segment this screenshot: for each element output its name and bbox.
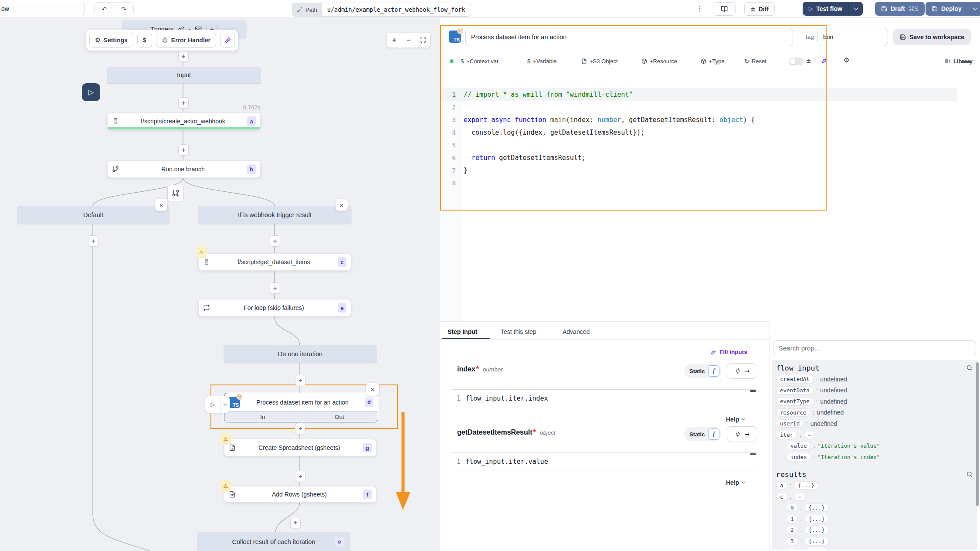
prop-key-pill[interactable]: userId [776,419,804,428]
save-to-workspace-button[interactable]: Save to workspace [893,29,971,45]
step-node-b[interactable]: Run one branch b [107,160,261,178]
add-step-icon[interactable]: + [295,471,305,482]
prop-row[interactable]: eventData:undefined [776,385,973,396]
path-value[interactable]: u/admin/example_actor_webhook_flow_fork [322,3,471,16]
deploy-button[interactable]: Deploy [926,2,968,16]
prop-row[interactable]: resource:undefined [776,407,973,418]
prop-key-pill[interactable]: a [776,481,787,490]
tab-advanced[interactable]: Advanced [563,325,590,338]
add-step-icon[interactable]: + [270,282,280,294]
prop-value[interactable]: {...} [804,537,829,545]
prop-key-pill[interactable]: resource [776,408,810,417]
zoom-out-icon[interactable]: − [401,33,416,48]
prop-value[interactable]: {...} [804,515,829,523]
path-field[interactable]: Path u/admin/example_actor_webhook_flow_… [292,3,471,17]
flow-variables-button[interactable]: $ [137,33,152,48]
error-handler-button[interactable]: Error Handler [156,33,216,48]
run-step-button[interactable]: ▷ [205,396,220,413]
prop-value[interactable]: {...} [804,526,829,534]
zoom-in-icon[interactable]: + [387,33,401,48]
diff-button[interactable]: ± Diff [744,2,775,16]
search-prop-input[interactable] [773,340,976,355]
prop-value[interactable]: {...} [804,503,829,512]
static-toggle-index[interactable]: Static f [684,364,721,378]
prop-key-pill[interactable]: eventType [776,397,814,405]
scrollbar-thumb[interactable] [961,61,971,63]
deploy-dropdown[interactable] [968,2,980,16]
editor-toggle[interactable] [789,58,804,65]
reset-code-button[interactable]: ↻Reset [744,56,766,66]
step-node-a[interactable]: f/scripts/create_actor_webhook a [107,112,261,130]
step-node-c[interactable]: ⚠ f/scripts/get_dataset_items c [198,253,351,271]
prop-key-pill[interactable]: 2 [787,526,798,534]
search-icon[interactable] [966,364,973,371]
search-icon[interactable] [966,471,973,478]
prop-row[interactable]: eventType:undefined [776,396,973,407]
prop-key-pill[interactable]: index [787,453,811,461]
add-step-icon[interactable]: + [178,97,189,109]
prop-row[interactable]: 0:{...} [787,502,973,514]
remove-branch-button[interactable]: × [336,199,348,211]
add-step-icon[interactable]: + [295,375,305,386]
expr-input-getdatesetitemsresult[interactable]: 1 flow_input.iter.value [452,452,757,470]
prop-row[interactable]: 1:{...} [787,514,973,525]
add-branch-button[interactable] [167,185,184,201]
prop-row[interactable]: c:− [776,491,973,503]
code-editor[interactable]: 1// import * as wmill from "windmill-cli… [440,88,957,189]
prop-value[interactable]: {...} [794,481,818,490]
prop-value[interactable]: {...} [804,548,829,550]
fit-view-icon[interactable] [416,33,430,48]
add-resource-button[interactable]: +Resource [641,56,677,66]
add-type-button[interactable]: +Type [701,56,725,66]
prop-row[interactable]: 4:{...} [787,547,973,550]
remove-step-button[interactable]: × [366,383,379,396]
prop-key-pill[interactable]: c [776,493,787,501]
prop-row[interactable]: 3:{...} [787,536,973,547]
flow-settings-button[interactable]: ⚙ Settings [89,33,133,48]
node-out-handle[interactable]: Out [301,414,378,420]
prop-row[interactable]: createdAt:undefined [776,374,973,385]
branch-if-node[interactable]: If is webhook trigger result [198,206,351,224]
step-name-input[interactable] [465,28,793,46]
prop-key-pill[interactable]: createdAt [776,375,814,383]
connect-input-button[interactable]: → [727,363,757,379]
add-step-icon[interactable]: + [178,51,189,62]
add-step-icon[interactable]: + [290,517,301,528]
draft-button[interactable]: Draft ⌘S [875,2,925,16]
add-context-var-button[interactable]: $+Context var [461,56,498,66]
add-step-icon[interactable]: + [178,144,189,156]
prop-row[interactable]: index:"Iteration's index" [787,452,973,463]
add-step-icon[interactable]: + [88,235,98,247]
step-node-g[interactable]: ⚠ Create Spreadsheet (gsheets) g [224,439,376,456]
remove-branch-button[interactable]: × [155,199,167,211]
help-link[interactable]: Help [726,416,745,423]
tab-step-input[interactable]: Step Input [448,325,477,338]
tab-test-this-step[interactable]: Test this step [501,325,536,338]
test-flow-button[interactable]: ▷ Test flow [803,2,848,16]
prop-row[interactable]: a:{...} [776,480,973,491]
branch-default-node[interactable]: Default [17,206,169,224]
docs-button[interactable] [713,2,736,16]
javascript-expr-icon[interactable]: f [708,429,719,440]
ai-gen-button[interactable] [821,57,828,64]
flow-summary-input[interactable] [0,2,85,15]
prop-key-pill[interactable]: iter [776,431,797,439]
javascript-expr-icon[interactable]: f [708,365,719,377]
prop-key-pill[interactable]: value [787,442,811,450]
expr-input-index[interactable]: 1 flow_input.iter.index [452,389,757,407]
undo-button[interactable]: ↶ [95,3,114,16]
prop-key-pill[interactable]: eventData [776,386,814,395]
collect-result-node[interactable]: Collect result of each iteration e [197,532,350,551]
run-step-dropdown[interactable] [220,396,230,413]
diff-toggle-icon[interactable]: ± [806,57,811,64]
add-step-icon[interactable]: + [270,235,280,247]
prop-value[interactable]: − [804,431,815,439]
ai-assistant-button[interactable] [220,33,235,48]
tag-input[interactable] [817,28,888,46]
add-variable-button[interactable]: $+Variable [527,56,557,66]
static-toggle-getdatesetitemsresult[interactable]: Static f [684,427,721,441]
add-step-icon[interactable]: + [295,423,305,434]
prop-key-pill[interactable]: 1 [787,515,798,523]
prop-value[interactable]: − [794,493,805,501]
connect-input-button[interactable]: → [727,426,757,442]
